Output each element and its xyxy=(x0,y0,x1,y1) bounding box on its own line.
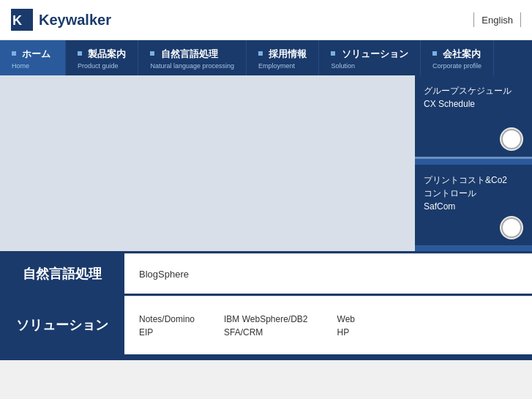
solution-col-2: IBM WebSphere/DB2 SFA/CRM xyxy=(224,314,308,338)
nav-sub-nlp: Natural language processing xyxy=(150,62,234,70)
header: K Keywalker English xyxy=(0,0,532,40)
main-nav: ホーム Home 製品案内 Product guide 自然言語処理 Natur… xyxy=(0,40,532,75)
solution-eip: EIP xyxy=(139,327,195,338)
nav-bullet xyxy=(258,51,263,56)
nav-label-nlp: 自然言語処理 xyxy=(161,48,218,59)
nav-bullet xyxy=(432,51,437,56)
card-safcom-badge-inner xyxy=(501,217,522,238)
section-solution-label-text: ソリューション xyxy=(16,316,108,334)
nav-sub-product: Product guide xyxy=(78,62,126,70)
solution-web: Web xyxy=(337,314,355,324)
card-cx-schedule[interactable]: グループスケジュール CX Schedule xyxy=(415,75,532,159)
card-cx-text: グループスケジュール CX Schedule xyxy=(424,84,523,111)
nav-bullet xyxy=(331,51,335,56)
nav-label-product: 製品案内 xyxy=(88,48,126,59)
header-divider xyxy=(473,12,474,27)
section-solution-row: ソリューション Notes/Domino EIP IBM WebSphere/D… xyxy=(0,296,532,354)
solution-col-3: Web HP xyxy=(337,314,355,338)
nav-sub-employment: Employment xyxy=(258,62,307,70)
header-right: English xyxy=(473,12,521,27)
section-nlp-value: BlogSphere xyxy=(139,269,189,280)
card-cx-line2: CX Schedule xyxy=(424,97,523,111)
nav-bullet xyxy=(150,51,154,56)
section-solution-label: ソリューション xyxy=(0,296,124,354)
section-nlp-label-text: 自然言語処理 xyxy=(23,265,102,283)
keywalker-logo-icon: K xyxy=(11,9,33,31)
nav-sub-corporate: Corporate profile xyxy=(432,62,482,70)
bottom-sections: 自然言語処理 BlogSphere ソリューション Notes/Domino E… xyxy=(0,251,532,360)
nav-item-solution[interactable]: ソリューション Solution xyxy=(319,40,420,75)
bottom-blue-bar xyxy=(0,354,532,360)
svg-text:K: K xyxy=(12,13,22,28)
nav-bullet xyxy=(78,51,82,56)
solution-ibm: IBM WebSphere/DB2 xyxy=(224,314,308,324)
solution-grid: Notes/Domino EIP IBM WebSphere/DB2 SFA/C… xyxy=(139,314,355,338)
solution-notes-domino: Notes/Domino xyxy=(139,314,195,324)
nav-item-employment[interactable]: 採用情報 Employment xyxy=(247,40,319,75)
main-left-area xyxy=(0,75,415,251)
card-safcom-badge xyxy=(500,216,523,239)
nav-item-corporate[interactable]: 会社案内 Corporate profile xyxy=(421,40,494,75)
card2-bottom-bar xyxy=(415,245,532,251)
nav-label-solution: ソリューション xyxy=(342,48,408,59)
nav-label-employment: 採用情報 xyxy=(269,48,307,59)
nav-bullet xyxy=(12,51,16,56)
language-label[interactable]: English xyxy=(482,15,513,26)
card-safcom[interactable]: プリントコスト&Co2 コントロール SafCom xyxy=(415,165,532,246)
card-safcom-line3: SafCom xyxy=(424,200,523,213)
header-divider2 xyxy=(520,12,521,27)
logo-area: K Keywalker xyxy=(11,9,111,31)
nav-item-product[interactable]: 製品案内 Product guide xyxy=(66,40,138,75)
section-solution-content: Notes/Domino EIP IBM WebSphere/DB2 SFA/C… xyxy=(124,296,532,354)
sidebar-cards: グループスケジュール CX Schedule プリントコスト&Co2 コントロー… xyxy=(415,75,532,251)
nav-label-home: ホーム xyxy=(22,48,50,59)
section-nlp-row: 自然言語処理 BlogSphere xyxy=(0,253,532,294)
card-safcom-line2: コントロール xyxy=(424,187,523,200)
section-nlp-label: 自然言語処理 xyxy=(0,253,124,294)
nav-sub-home: Home xyxy=(12,62,53,70)
section-nlp-content: BlogSphere xyxy=(124,253,532,294)
nav-sub-solution: Solution xyxy=(331,62,408,70)
card-safcom-line1: プリントコスト&Co2 xyxy=(424,174,523,187)
card-cx-badge-inner xyxy=(501,129,522,149)
solution-col-1: Notes/Domino EIP xyxy=(139,314,195,338)
card-safcom-text: プリントコスト&Co2 コントロール SafCom xyxy=(424,174,523,213)
nav-item-nlp[interactable]: 自然言語処理 Natural language processing xyxy=(138,40,247,75)
nav-item-home[interactable]: ホーム Home xyxy=(0,40,66,75)
main-content: グループスケジュール CX Schedule プリントコスト&Co2 コントロー… xyxy=(0,75,532,251)
solution-sfa: SFA/CRM xyxy=(224,327,308,338)
solution-hp: HP xyxy=(337,327,355,338)
nav-label-corporate: 会社案内 xyxy=(443,48,481,59)
card1-bottom-bar xyxy=(415,159,532,165)
card-cx-line1: グループスケジュール xyxy=(424,84,523,97)
card-cx-badge xyxy=(500,127,523,151)
logo-text: Keywalker xyxy=(39,12,111,29)
